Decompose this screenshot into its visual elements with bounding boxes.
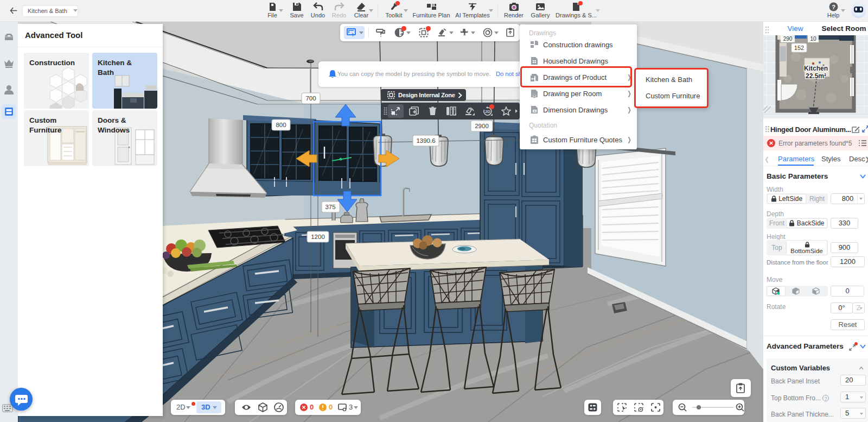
svg-text:?: ?	[832, 4, 835, 10]
svg-text:700: 700	[305, 95, 316, 102]
svg-text:2D: 2D	[485, 109, 490, 114]
svg-text:Kitchen: Kitchen	[804, 65, 828, 72]
svg-text:375: 375	[325, 204, 335, 210]
svg-text:290: 290	[783, 36, 793, 42]
svg-text:1390.6: 1390.6	[416, 137, 435, 144]
svg-text:2900: 2900	[475, 123, 489, 129]
svg-text:1200: 1200	[311, 234, 325, 240]
svg-text:800: 800	[276, 122, 286, 128]
svg-text:152: 152	[794, 45, 804, 51]
svg-text:22.5m²: 22.5m²	[806, 72, 826, 80]
svg-text:10: 10	[810, 36, 816, 42]
